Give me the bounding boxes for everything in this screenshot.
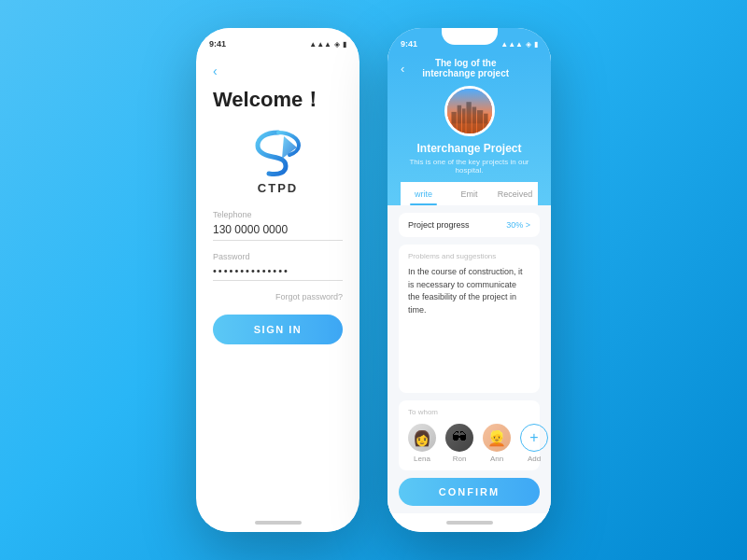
avatar-ron: 🕶 Ron [445,424,473,463]
avatar-ann-circle[interactable]: 👱 [483,424,511,452]
add-label: Add [528,455,541,463]
to-whom-label: To whom [408,408,530,416]
back-button-right[interactable]: ‹ [401,62,404,76]
problems-section: Problems and suggestions In the course o… [399,245,540,393]
telephone-field-group: Telephone 130 0000 0000 [213,210,343,241]
tab-received[interactable]: Received [492,183,538,205]
home-indicator-left [196,513,359,532]
project-avatar [444,86,495,136]
avatar-lena-circle[interactable]: 👩 [408,424,436,452]
project-screen: ‹ The log of the interchange project [388,54,551,513]
phone-notch [250,28,306,45]
project-name: Interchange Project [416,142,521,155]
status-time-right: 9:41 [401,39,417,49]
problems-label: Problems and suggestions [408,252,530,260]
project-body: Project progress 30% > Problems and sugg… [388,205,551,513]
password-label: Password [213,252,343,261]
wifi-icon-right: ◈ [526,40,531,49]
back-button-left[interactable]: ‹ [213,63,343,78]
signal-icon-right: ▲▲▲ [500,40,523,49]
project-header: ‹ The log of the interchange project [388,54,551,205]
forgot-password-link[interactable]: Forgot password? [213,292,343,301]
ron-emoji: 🕶 [452,429,467,446]
progress-row: Project progress 30% > [399,213,540,237]
avatar-ron-circle[interactable]: 🕶 [445,424,473,452]
status-icons-left: ▲▲▲ ◈ ▮ [309,40,346,49]
avatar-add-item: + Add [520,424,548,463]
telephone-value[interactable]: 130 0000 0000 [213,223,343,241]
wifi-icon-left: ◈ [334,40,340,49]
ann-emoji: 👱 [487,429,506,447]
avatar-ann: 👱 Ann [483,424,511,463]
ron-name: Ron [453,455,467,463]
progress-label: Project progress [408,220,470,230]
logo-container: CTPD [213,129,343,195]
lena-name: Lena [414,455,430,463]
status-time-left: 9:41 [209,39,226,49]
project-phone: 9:41 ▲▲▲ ◈ ▮ ‹ The log of the interchang… [388,28,551,532]
telephone-label: Telephone [213,210,343,219]
sign-in-button[interactable]: SIGN IN [213,315,343,344]
phone-notch-right [442,28,498,45]
home-indicator-bar-left [255,521,302,525]
battery-icon-left: ▮ [343,40,346,49]
home-indicator-right [388,513,551,532]
avatar-lena: 👩 Lena [408,424,436,463]
confirm-button[interactable]: CONFIRM [399,478,540,506]
login-screen: ‹ Welcome！ CTPD Telephone 130 0000 0000 [196,54,359,513]
add-avatar-button[interactable]: + [520,424,548,452]
ann-name: Ann [490,455,503,463]
avatars-row: 👩 Lena 🕶 Ron 👱 Ann [408,424,530,463]
progress-value[interactable]: 30% > [506,220,530,230]
ctpd-logo [248,129,308,177]
city-skyline-icon [447,89,492,133]
signal-icon-left: ▲▲▲ [309,40,331,49]
project-desc: This is one of the key projects in our h… [401,158,538,175]
logo-name: CTPD [258,181,298,195]
login-phone: 9:41 ▲▲▲ ◈ ▮ ‹ Welcome！ C [196,28,359,532]
city-background [447,89,492,133]
tab-write[interactable]: write [401,183,446,205]
header-nav: ‹ The log of the interchange project [401,54,538,86]
problems-text[interactable]: In the course of construction, it is nec… [408,266,530,316]
home-indicator-bar-right [446,521,493,525]
to-whom-section: To whom 👩 Lena 🕶 Ron [399,400,540,470]
password-field-group: Password •••••••••••••• [213,252,343,281]
tab-emit[interactable]: Emit [446,183,492,205]
password-value[interactable]: •••••••••••••• [213,265,343,281]
welcome-title: Welcome！ [213,86,343,114]
lena-emoji: 👩 [413,429,431,447]
svg-rect-8 [447,123,492,133]
tabs-row: write Emit Received [401,182,538,205]
battery-icon-right: ▮ [534,40,538,49]
status-icons-right: ▲▲▲ ◈ ▮ [500,40,538,49]
header-title: The log of the interchange project [410,58,521,78]
